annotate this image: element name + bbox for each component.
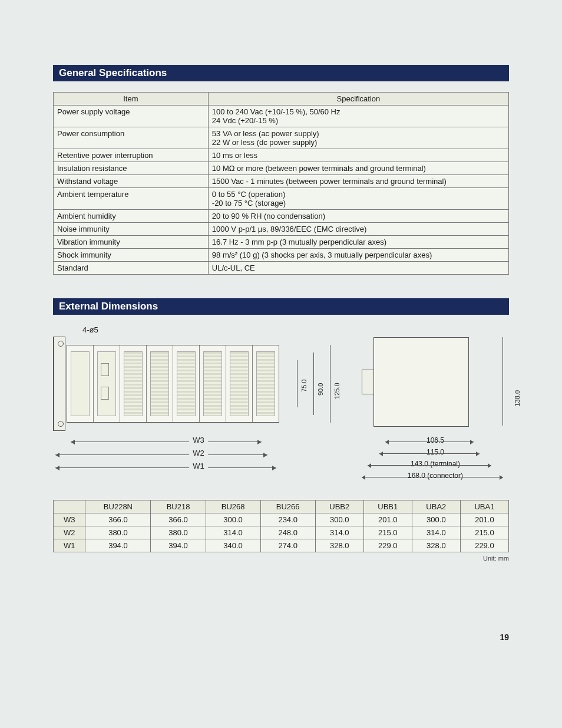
dim-value-cell: 229.0 <box>363 539 412 552</box>
table-row: Power consumption53 VA or less (ac power… <box>54 127 509 149</box>
table-row: Noise immunity1000 V p-p/1 µs, 89/336/EE… <box>54 223 509 236</box>
table-row: Power supply voltage100 to 240 Vac (+10/… <box>54 106 509 127</box>
dim-value-cell: 314.0 <box>412 526 460 539</box>
spec-item-cell: Noise immunity <box>54 223 209 236</box>
table-row: Ambient temperature0 to 55 °C (operation… <box>54 188 509 210</box>
table-row: Shock immunity98 m/s² (10 g) (3 shocks p… <box>54 249 509 262</box>
spec-value-cell: 1000 V p-p/1 µs, 89/336/EEC (EMC directi… <box>208 223 508 236</box>
dim-header-cell: BU218 <box>151 500 206 513</box>
dim-value-cell: 215.0 <box>460 526 508 539</box>
dim-value-cell: 234.0 <box>260 513 315 526</box>
table-row: W2380.0380.0314.0248.0314.0215.0314.0215… <box>54 526 509 539</box>
slot-cpu <box>94 345 120 422</box>
front-width-dims: W3 W2 W1 <box>53 436 344 475</box>
dim-value-cell: 340.0 <box>206 539 260 552</box>
table-row: Insulation resistance10 MΩ or more (betw… <box>54 162 509 175</box>
din-clip <box>362 370 374 394</box>
dim-value-cell: 300.0 <box>206 513 260 526</box>
dim-value-cell: 314.0 <box>206 526 260 539</box>
dim-value-cell: 366.0 <box>85 513 151 526</box>
spec-header-spec: Specification <box>208 93 508 106</box>
dim-value-cell: 215.0 <box>363 526 412 539</box>
spec-item-cell: Withstand voltage <box>54 175 209 188</box>
module-rack <box>67 345 279 423</box>
dim-value-cell: 248.0 <box>260 526 315 539</box>
spec-item-cell: Shock immunity <box>54 249 209 262</box>
slot-io <box>253 345 279 422</box>
dim-header-cell: BU268 <box>206 500 260 513</box>
table-row: Vibration immunity16.7 Hz - 3 mm p-p (3 … <box>54 236 509 249</box>
dim-row-label: W3 <box>54 513 85 526</box>
spec-value-cell: 98 m/s² (10 g) (3 shocks per axis, 3 mut… <box>208 249 508 262</box>
dim-value-cell: 300.0 <box>315 513 363 526</box>
dim-value-cell: 328.0 <box>315 539 363 552</box>
mounting-bracket <box>54 337 65 431</box>
slot-io <box>173 345 200 422</box>
spec-value-cell: 100 to 240 Vac (+10/-15 %), 50/60 Hz24 V… <box>208 106 508 127</box>
dim-value-cell: 328.0 <box>412 539 460 552</box>
spec-value-cell: 1500 Vac - 1 minutes (between power term… <box>208 175 508 188</box>
table-row: Retentive power interruption10 ms or les… <box>54 149 509 162</box>
dimensions-table: BU228NBU218BU268BU266UBB2UBB1UBA2UBA1 W3… <box>53 500 509 552</box>
spec-header-item: Item <box>54 93 209 106</box>
slot-io <box>200 345 226 422</box>
spec-item-cell: Ambient temperature <box>54 188 209 210</box>
spec-value-cell: 20 to 90 % RH (no condensation) <box>208 210 508 223</box>
dim-value-cell: 380.0 <box>85 526 151 539</box>
dim-h2: 90.0 <box>317 383 324 396</box>
dim-header-cell: BU228N <box>85 500 151 513</box>
spec-item-cell: Vibration immunity <box>54 236 209 249</box>
dim-value-cell: 300.0 <box>412 513 460 526</box>
spec-item-cell: Ambient humidity <box>54 210 209 223</box>
dim-value-cell: 201.0 <box>460 513 508 526</box>
unit-note: Unit: mm <box>53 555 509 562</box>
side-width-dims: 106.5 115.0 143.0 (terminal) 168.0 (conn… <box>362 436 509 483</box>
table-row: StandardUL/c-UL, CE <box>54 262 509 275</box>
slot-io <box>226 345 253 422</box>
dim-d3: 143.0 (terminal) <box>411 460 460 468</box>
dim-header-cell <box>54 500 85 513</box>
dim-side-height: 138.0 <box>514 390 521 407</box>
spec-value-cell: 0 to 55 °C (operation)-20 to 75 °C (stor… <box>208 188 508 210</box>
hole-label: 4-ø5 <box>82 325 344 334</box>
table-row: W3366.0366.0300.0234.0300.0201.0300.0201… <box>54 513 509 526</box>
spec-value-cell: 16.7 Hz - 3 mm p-p (3 mutually perpendic… <box>208 236 508 249</box>
spec-value-cell: 10 MΩ or more (between power terminals a… <box>208 162 508 175</box>
dim-row-label: W1 <box>54 539 85 552</box>
dim-w2: W2 <box>189 449 208 457</box>
spec-value-cell: 53 VA or less (ac power supply)22 W or l… <box>208 127 508 149</box>
spec-item-cell: Power supply voltage <box>54 106 209 127</box>
dim-h1: 75.0 <box>300 380 308 392</box>
dim-value-cell: 380.0 <box>151 526 206 539</box>
section-header-general: General Specifications <box>53 65 509 81</box>
spec-table: Item Specification Power supply voltage1… <box>53 92 509 275</box>
dim-value-cell: 394.0 <box>151 539 206 552</box>
spec-value-cell: 10 ms or less <box>208 149 508 162</box>
dim-h3: 125.0 <box>333 383 340 399</box>
front-view: 75.0 90.0 125.0 <box>53 337 344 431</box>
dim-value-cell: 366.0 <box>151 513 206 526</box>
table-row: W1394.0394.0340.0274.0328.0229.0328.0229… <box>54 539 509 552</box>
dim-header-cell: BU266 <box>260 500 315 513</box>
page: General Specifications Item Specificatio… <box>0 0 562 677</box>
table-row: Withstand voltage1500 Vac - 1 minutes (b… <box>54 175 509 188</box>
spec-item-cell: Retentive power interruption <box>54 149 209 162</box>
front-height-dims: 75.0 90.0 125.0 <box>285 345 344 423</box>
dim-header-cell: UBA1 <box>460 500 508 513</box>
dim-row-label: W2 <box>54 526 85 539</box>
spec-item-cell: Insulation resistance <box>54 162 209 175</box>
spec-item-cell: Standard <box>54 262 209 275</box>
dim-value-cell: 314.0 <box>315 526 363 539</box>
dim-value-cell: 274.0 <box>260 539 315 552</box>
slot-io <box>147 345 173 422</box>
slot-power <box>67 345 94 422</box>
dim-w1: W1 <box>189 462 208 470</box>
dim-d2: 115.0 <box>427 448 444 456</box>
table-row: Ambient humidity20 to 90 % RH (no conden… <box>54 210 509 223</box>
dimensions-drawing: 4-ø5 <box>53 325 509 483</box>
page-number: 19 <box>53 633 509 642</box>
section-header-dimensions: External Dimensions <box>53 298 509 315</box>
slot-io <box>120 345 147 422</box>
dim-value-cell: 229.0 <box>460 539 508 552</box>
dim-header-cell: UBB1 <box>363 500 412 513</box>
